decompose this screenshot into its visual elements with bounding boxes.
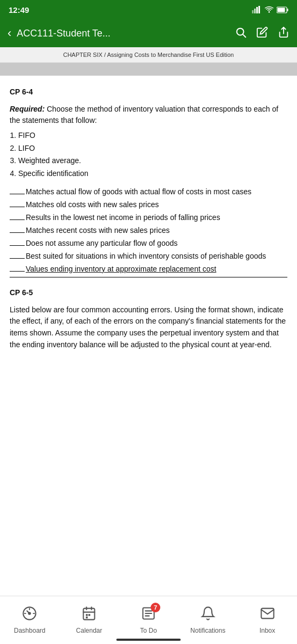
blank-item-1: Matches actual flow of goods with actual… [10, 186, 287, 197]
blank-text-3: Results in the lowest net income in peri… [26, 212, 287, 223]
blank-line [10, 271, 25, 272]
svg-rect-2 [256, 7, 258, 13]
required-label: Required: [10, 105, 44, 113]
status-time: 12:49 [9, 5, 29, 14]
blank-item-3: Results in the lowest net income in peri… [10, 212, 287, 223]
dashboard-label: Dashboard [14, 627, 46, 634]
section-1-instruction: Required: Choose the method of inventory… [10, 104, 287, 127]
dashboard-icon [22, 606, 37, 625]
todo-icon: 7 [141, 606, 156, 625]
blank-line [10, 207, 25, 207]
nav-notifications[interactable]: Notifications [187, 606, 229, 634]
inbox-label: Inbox [259, 627, 275, 634]
back-button[interactable]: ‹ [8, 26, 11, 40]
svg-rect-3 [258, 6, 260, 13]
status-icons [252, 6, 288, 13]
inbox-icon [260, 606, 275, 625]
blank-line [10, 194, 25, 194]
header-icons [235, 26, 289, 41]
blank-text-7: Values ending inventory at approximate r… [26, 264, 287, 275]
blank-line [10, 245, 25, 246]
svg-point-11 [29, 612, 31, 614]
app-header: ‹ ACC111-Student Te... [0, 19, 297, 47]
svg-rect-16 [86, 614, 88, 616]
svg-point-4 [269, 11, 270, 13]
blank-line [10, 232, 25, 233]
blank-item-7: Values ending inventory at approximate r… [10, 264, 287, 277]
svg-line-9 [243, 34, 246, 37]
instruction-text: Choose the method of inventory valuation… [10, 105, 278, 125]
list-item: FIFO [18, 130, 287, 142]
share-icon[interactable] [278, 26, 289, 41]
svg-rect-12 [84, 609, 95, 620]
blank-line [10, 258, 25, 259]
svg-rect-1 [254, 9, 256, 13]
edit-icon[interactable] [256, 26, 268, 41]
battery-icon [277, 6, 288, 13]
main-content: CP 6-4 Required: Choose the method of in… [0, 76, 297, 404]
todo-badge: 7 [151, 603, 160, 612]
section-2-paragraph: Listed below are four common accounting … [10, 304, 287, 351]
blank-text-6: Best suited for situations in which inve… [26, 251, 287, 262]
todo-label: To Do [140, 627, 157, 634]
calendar-label: Calendar [76, 627, 102, 634]
nav-dashboard[interactable]: Dashboard [8, 606, 51, 634]
blank-line [10, 219, 25, 220]
blank-item-2: Matches old costs with new sales prices [10, 199, 287, 210]
blank-text-4: Matches recent costs with new sales pric… [26, 225, 287, 236]
section-2-title: CP 6-5 [10, 287, 287, 299]
bottom-nav: Dashboard Calendar 7 [0, 596, 297, 644]
blank-item-6: Best suited for situations in which inve… [10, 251, 287, 262]
signal-icon [252, 6, 262, 13]
blank-item-4: Matches recent costs with new sales pric… [10, 225, 287, 236]
status-bar: 12:49 [0, 0, 297, 19]
notifications-label: Notifications [190, 627, 225, 634]
section-1-title: CP 6-4 [10, 86, 287, 98]
svg-rect-18 [86, 617, 88, 619]
blank-item-5: Does not assume any particular flow of g… [10, 238, 287, 249]
nav-inbox[interactable]: Inbox [246, 606, 289, 634]
blank-items-list: Matches actual flow of goods with actual… [10, 186, 287, 277]
blank-text-2: Matches old costs with new sales prices [26, 199, 287, 210]
search-icon[interactable] [235, 26, 247, 41]
notifications-icon [201, 606, 216, 625]
nav-todo[interactable]: 7 To Do [127, 606, 170, 634]
gray-separator [0, 63, 297, 76]
svg-rect-6 [287, 9, 288, 11]
nav-calendar[interactable]: Calendar [68, 606, 110, 634]
list-item: Specific identification [18, 168, 287, 180]
home-indicator [116, 639, 181, 641]
svg-rect-7 [278, 8, 285, 12]
blank-text-5: Does not assume any particular flow of g… [26, 238, 287, 249]
method-list: FIFO LIFO Weighted average. Specific ide… [18, 130, 287, 180]
calendar-icon [81, 606, 96, 625]
chapter-header: CHAPTER SIX / Assigning Costs to Merchan… [0, 47, 297, 63]
home-bar [0, 639, 297, 641]
blank-text-1: Matches actual flow of goods with actual… [26, 186, 287, 197]
list-item: Weighted average. [18, 155, 287, 167]
header-title: ACC111-Student Te... [17, 28, 229, 39]
svg-rect-0 [252, 10, 254, 13]
wifi-icon [264, 6, 274, 13]
list-item: LIFO [18, 143, 287, 155]
svg-rect-17 [88, 614, 91, 616]
